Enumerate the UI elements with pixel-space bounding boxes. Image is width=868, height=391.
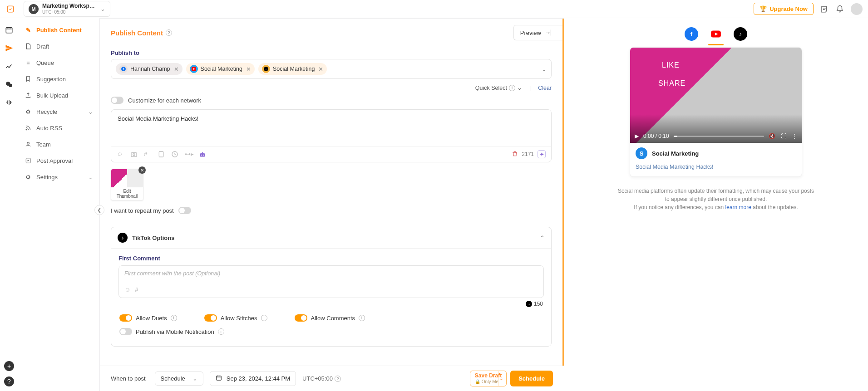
- nav-label: Recycle: [36, 108, 57, 115]
- camera-icon[interactable]: [130, 151, 138, 158]
- arrow-right-icon: →⎸: [545, 29, 556, 36]
- repeat-label: I want to repeat my post: [111, 207, 174, 214]
- approval-icon: [25, 157, 32, 164]
- schedule-button[interactable]: Schedule: [510, 371, 553, 386]
- video-progress-bar[interactable]: [674, 136, 764, 137]
- fullscreen-icon[interactable]: ⛶: [781, 133, 786, 139]
- svg-point-5: [27, 142, 30, 144]
- ai-icon[interactable]: [198, 151, 206, 158]
- first-comment-label: First Comment: [118, 255, 544, 262]
- bell-icon[interactable]: [835, 5, 844, 14]
- nav-recycle[interactable]: ♻Recycle⌄: [18, 103, 99, 120]
- preview-toggle-button[interactable]: Preview→⎸: [513, 25, 562, 40]
- analytics-icon[interactable]: [5, 62, 14, 71]
- trash-icon[interactable]: [512, 151, 518, 158]
- magic-icon[interactable]: ✦: [538, 150, 546, 158]
- nav-queue[interactable]: ≡Queue: [18, 54, 99, 71]
- preview-card: LIKE SHARE ▶ 0:00 / 0:10 🔇 ⛶ ⋮: [630, 47, 802, 177]
- topbar: M Marketing Workspa... UTC+05:00 ⌄ 🏆 Upg…: [0, 0, 868, 18]
- user-avatar[interactable]: [851, 3, 863, 15]
- nav-auto-rss[interactable]: Auto RSS: [18, 120, 99, 136]
- chevron-down-icon[interactable]: ⌄: [542, 66, 547, 73]
- quick-select-button[interactable]: Quick Select i ⌄: [475, 84, 522, 91]
- info-icon[interactable]: i: [218, 328, 224, 335]
- calendar-icon[interactable]: [5, 25, 14, 34]
- app-logo-icon[interactable]: [5, 4, 15, 14]
- customize-network-toggle[interactable]: [111, 97, 123, 104]
- nav-post-approval[interactable]: Post Approval: [18, 152, 99, 169]
- svg-rect-17: [200, 153, 205, 157]
- nav-team[interactable]: Team: [18, 136, 99, 152]
- main-panel: ❮ Publish Content? Preview→⎸ Publish to …: [100, 18, 564, 391]
- info-icon[interactable]: i: [359, 315, 365, 321]
- emoji-icon[interactable]: ☺: [124, 286, 130, 293]
- help-button[interactable]: ?: [4, 376, 14, 386]
- accounts-selector[interactable]: fHannah Champ✕ Social Marketing✕ ♪Social…: [111, 59, 552, 79]
- nav-settings[interactable]: ⚙Settings⌄: [18, 169, 99, 185]
- page-title: Publish Content?: [111, 29, 172, 37]
- preview-pane: f ♪ LIKE SHARE ▶ 0:00 / 0:10 🔇: [564, 18, 868, 391]
- link-icon[interactable]: ⊶▸: [185, 151, 192, 158]
- clear-button[interactable]: Clear: [538, 85, 552, 91]
- nav-publish-content[interactable]: ✎Publish Content: [18, 22, 99, 38]
- add-button[interactable]: +: [4, 361, 14, 371]
- hashtag-icon[interactable]: #: [144, 151, 151, 158]
- channel-name: Social Marketing: [652, 150, 699, 157]
- help-icon[interactable]: ?: [166, 29, 172, 36]
- datetime-picker[interactable]: Sep 23, 2024, 12:44 PM: [210, 371, 296, 386]
- preview-tab-facebook[interactable]: f: [685, 27, 698, 41]
- play-icon[interactable]: ▶: [635, 133, 639, 139]
- allow-duets-toggle[interactable]: [119, 314, 132, 322]
- nav-label: Auto RSS: [36, 125, 62, 132]
- repeat-post-toggle[interactable]: [178, 207, 191, 214]
- nav-bulk-upload[interactable]: Bulk Upload: [18, 87, 99, 103]
- nav-suggestion[interactable]: Suggestion: [18, 71, 99, 87]
- upgrade-button[interactable]: 🏆 Upgrade Now: [754, 3, 814, 15]
- preview-tab-youtube[interactable]: [709, 27, 723, 41]
- svg-text:f: f: [123, 68, 124, 70]
- first-comment-input[interactable]: First comment with the post (Optional) ☺…: [118, 265, 544, 298]
- clock-icon[interactable]: [171, 151, 178, 158]
- inbox-icon[interactable]: [5, 80, 14, 89]
- chevron-up-icon[interactable]: ⌃: [540, 235, 545, 241]
- schedule-mode-select[interactable]: Schedule⌄: [155, 371, 203, 386]
- template-icon[interactable]: [158, 151, 165, 158]
- nav-draft[interactable]: Draft: [18, 38, 99, 54]
- youtube-icon: [190, 65, 198, 73]
- account-chip-facebook: fHannah Champ✕: [116, 63, 182, 75]
- collapse-sidebar-button[interactable]: ❮: [94, 205, 104, 215]
- remove-account-button[interactable]: ✕: [246, 66, 251, 73]
- more-icon[interactable]: ⋮: [792, 133, 797, 139]
- mobile-notification-toggle[interactable]: [119, 328, 132, 335]
- post-textarea[interactable]: Social Media Marketing Hacks!: [111, 110, 551, 146]
- info-icon[interactable]: i: [261, 315, 267, 321]
- allow-comments-toggle[interactable]: [295, 314, 307, 322]
- account-chip-youtube: Social Marketing✕: [186, 63, 255, 75]
- notes-icon[interactable]: [820, 5, 829, 14]
- remove-media-button[interactable]: ✕: [138, 166, 146, 174]
- char-counter: 2171: [522, 151, 534, 157]
- publish-icon[interactable]: [5, 44, 14, 53]
- svg-point-18: [201, 155, 202, 156]
- media-thumbnail[interactable]: ✕ Edit Thumbnail: [111, 169, 143, 200]
- video-like-text: LIKE: [662, 61, 680, 69]
- remove-account-button[interactable]: ✕: [318, 66, 323, 73]
- listening-icon[interactable]: [5, 98, 14, 107]
- info-icon[interactable]: i: [171, 315, 177, 321]
- account-name: Social Marketing: [201, 66, 242, 72]
- allow-stitches-toggle[interactable]: [204, 314, 217, 322]
- help-icon[interactable]: ?: [335, 376, 341, 382]
- preview-caption: Social Media Marketing Hacks!: [630, 164, 802, 176]
- preview-video[interactable]: LIKE SHARE ▶ 0:00 / 0:10 🔇 ⛶ ⋮: [630, 48, 802, 143]
- learn-more-link[interactable]: learn more: [725, 204, 751, 210]
- preview-tab-tiktok[interactable]: ♪: [734, 27, 747, 41]
- save-draft-button[interactable]: Save Draft 🔒Only Me ⌄: [470, 371, 507, 386]
- first-comment-placeholder: First comment with the post (Optional): [124, 270, 538, 277]
- remove-account-button[interactable]: ✕: [174, 66, 179, 73]
- hashtag-icon[interactable]: #: [135, 286, 138, 293]
- workspace-selector[interactable]: M Marketing Workspa... UTC+05:00 ⌄: [24, 1, 110, 16]
- emoji-icon[interactable]: ☺: [117, 151, 124, 158]
- volume-icon[interactable]: 🔇: [769, 133, 775, 139]
- chevron-down-icon[interactable]: ⌄: [498, 371, 504, 386]
- recycle-icon: ♻: [25, 108, 32, 115]
